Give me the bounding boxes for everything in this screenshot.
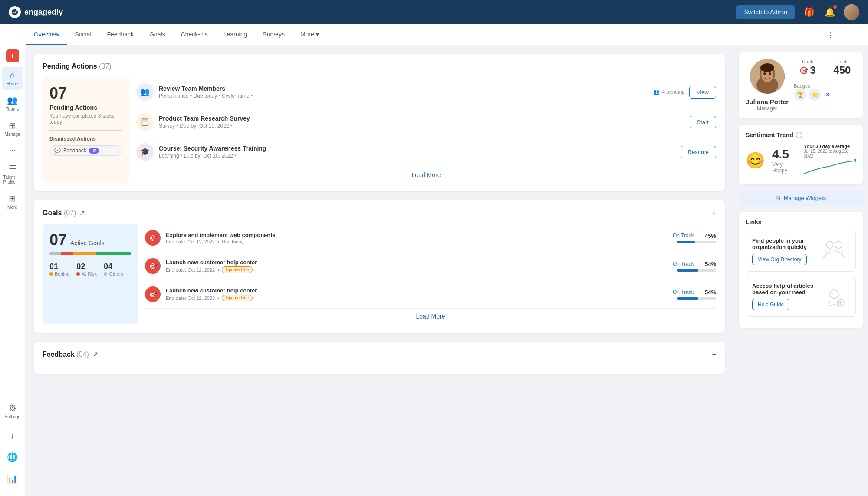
svg-point-5 (769, 72, 771, 75)
tab-learning[interactable]: Learning (216, 24, 255, 45)
load-more-actions-button[interactable]: Load More (136, 167, 716, 183)
external-link-icon[interactable]: ↗ (79, 209, 85, 217)
main-layout: + ⌂ Home 👥 Teams ⊞ Manage ··· ☰ Talent P… (0, 45, 868, 496)
sidebar-item-settings[interactable]: ⚙ Settings (2, 399, 23, 423)
org-directory-content: Find people in your organization quickly… (752, 237, 814, 265)
start-button[interactable]: Start (690, 116, 716, 128)
badges-section: Badges 🏆 ⭐ +3 (794, 83, 856, 101)
avatar-image (844, 4, 859, 20)
action-right-review: 👥 4 pending View (653, 86, 716, 99)
sidebar-item-more[interactable]: ⊞ More (2, 190, 23, 213)
track-percent-1: 45% (705, 233, 716, 239)
sidebar-item-teams[interactable]: 👥 Teams (2, 92, 23, 115)
goal-progress-1 (677, 241, 716, 243)
svg-point-6 (760, 63, 774, 72)
tab-feedback[interactable]: Feedback (99, 24, 141, 45)
tab-more[interactable]: More ▾ (293, 24, 327, 45)
add-button[interactable]: + (6, 49, 19, 62)
feedback-card: Feedback (04) ↗ + (34, 342, 725, 374)
goal-right-1: On Track 45% (673, 233, 716, 243)
goal-right-3: On Track 54% (673, 289, 716, 300)
goal-info-1: Explore and implement web components End… (166, 232, 667, 244)
feedback-badge[interactable]: 💬 Feedback 02 (49, 145, 122, 156)
pending-number: 07 (49, 84, 122, 102)
add-feedback-button[interactable]: + (712, 351, 716, 358)
help-guide-illustration (819, 283, 849, 309)
tab-social[interactable]: Social (67, 24, 99, 45)
switch-admin-button[interactable]: Switch to Admin (736, 5, 795, 19)
sidebar-item-globe[interactable]: 🌐 (2, 448, 23, 466)
pb-gray (49, 252, 61, 255)
action-title-survey: Product Team Research Survey (159, 115, 684, 122)
goals-title: Goals (07) (43, 209, 76, 217)
manage-widgets-button[interactable]: ⊞ Manage Widgets (739, 191, 863, 206)
tab-surveys[interactable]: Surveys (255, 24, 293, 45)
bell-icon: 🔔 (825, 7, 835, 17)
dot-orange (49, 272, 53, 276)
sidebar-item-download[interactable]: ↓ (2, 427, 23, 444)
goal-meta-2: End date: Oct 22, 2022 • Update Due (166, 266, 667, 273)
action-item: 🎓 Course: Security Awareness Training Le… (136, 137, 716, 167)
add-goal-button[interactable]: + (712, 209, 716, 217)
pending-count-icon: 👥 (653, 89, 660, 95)
load-more-goals-button[interactable]: Load More (145, 309, 716, 324)
sidebar-item-analytics[interactable]: 📊 (2, 470, 23, 487)
view-button[interactable]: View (689, 86, 716, 99)
review-icon: 👥 (140, 87, 150, 97)
more-options-icon[interactable]: ⋮⋮ (826, 30, 842, 39)
pending-actions-card: Pending Actions (07) 07 Pending Actions … (34, 54, 725, 191)
tab-overview[interactable]: Overview (26, 24, 67, 45)
sidebar-item-manage[interactable]: ⊞ Manage (2, 117, 23, 140)
badge-more: +3 (823, 92, 829, 97)
logo-text: engagedly (24, 8, 63, 17)
profile-card: Juliana Potter Manager Rank 🎯 3 (739, 52, 863, 118)
track-label-3: On Track (673, 289, 694, 296)
pending-count: 👥 4 pending (653, 89, 685, 95)
bell-button[interactable]: 🔔 (823, 5, 837, 19)
action-meta-course: Learning • Due by: Oct 20, 2022 • (159, 153, 675, 159)
svg-point-10 (835, 241, 842, 248)
stat-behind-label: Behind (49, 271, 69, 276)
goals-actions: + (712, 209, 716, 217)
goal-item: 🎯 Launch new customer help center End da… (145, 280, 716, 309)
update-due-badge-3: Update Due (222, 295, 253, 301)
action-right-survey: Start (690, 116, 716, 128)
tab-checkins[interactable]: Check-ins (173, 24, 216, 45)
sentiment-title: Sentiment Trend i (746, 131, 856, 138)
analytics-icon: 📊 (7, 473, 18, 484)
goals-header: Goals (07) ↗ + (43, 209, 716, 217)
goal-icon: 🎯 (145, 230, 161, 246)
sidebar-item-talent[interactable]: ☰ Talent Profile (2, 160, 23, 188)
notifications-button[interactable]: 🎁 (802, 5, 816, 19)
sidebar-label-settings: Settings (4, 414, 20, 419)
rank-value: 3 (810, 64, 815, 76)
dot-red (76, 272, 80, 276)
resume-button[interactable]: Resume (681, 146, 716, 158)
profile-avatar (750, 59, 785, 94)
action-icon-course: 🎓 (136, 143, 154, 161)
content-area: Pending Actions (07) 07 Pending Actions … (25, 45, 868, 496)
sub-navigation: Overview Social Feedback Goals Check-ins… (0, 24, 868, 45)
goal-title-2: Launch new customer help center (166, 259, 667, 266)
svg-point-13 (830, 290, 838, 299)
actions-list: 👥 Review Team Members Performance • Due … (136, 77, 716, 183)
badge-icon-2: ⭐ (809, 89, 821, 101)
profile-role: Manager (757, 105, 777, 112)
track-percent-2: 54% (705, 261, 716, 267)
sentiment-chart-svg (804, 158, 856, 176)
goal-item: 🎯 Explore and implement web components E… (145, 224, 716, 252)
goal-info-3: Launch new customer help center End date… (166, 287, 667, 301)
top-nav-right: Switch to Admin 🎁 🔔 (736, 4, 859, 20)
globe-icon: 🌐 (7, 452, 18, 462)
help-guide-button[interactable]: Help Guide (752, 299, 789, 310)
goals-label: Active Goals (70, 240, 105, 246)
sidebar-item-home[interactable]: ⌂ Home (2, 67, 23, 90)
action-info-course: Course: Security Awareness Training Lear… (159, 145, 675, 159)
action-info-review: Review Team Members Performance • Due to… (159, 85, 648, 99)
feedback-actions: + (712, 351, 716, 358)
feedback-external-link-icon[interactable]: ↗ (92, 350, 98, 358)
tab-goals[interactable]: Goals (141, 24, 173, 45)
sidebar-dots[interactable]: ··· (6, 142, 19, 158)
view-org-directory-button[interactable]: View Org Directory (752, 254, 807, 265)
user-avatar[interactable] (844, 4, 859, 20)
